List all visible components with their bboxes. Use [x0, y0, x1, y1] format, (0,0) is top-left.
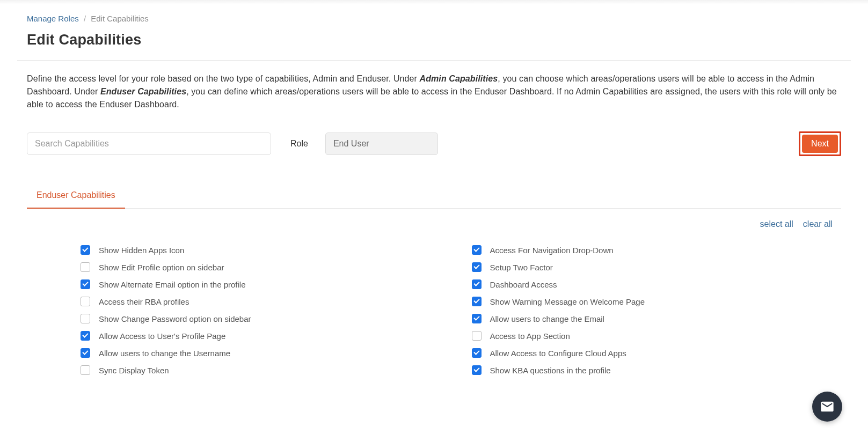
capability-label: Allow users to change the Email — [490, 314, 604, 323]
capability-label: Show KBA questions in the profile — [490, 366, 611, 375]
capability-checkbox[interactable] — [472, 245, 482, 255]
capability-label: Sync Display Token — [99, 366, 169, 375]
capabilities-right-column: Access For Navigation Drop-DownSetup Two… — [472, 245, 842, 375]
capability-label: Show Alternate Email option in the profi… — [99, 280, 246, 289]
capability-checkbox[interactable] — [472, 365, 482, 375]
capability-row: Access to App Section — [472, 331, 842, 341]
capabilities-left-column: Show Hidden Apps IconShow Edit Profile o… — [81, 245, 450, 375]
capability-checkbox[interactable] — [81, 279, 90, 289]
clear-all-link[interactable]: clear all — [803, 219, 833, 229]
capability-row: Access For Navigation Drop-Down — [472, 245, 842, 255]
capability-checkbox[interactable] — [472, 279, 482, 289]
capability-label: Show Hidden Apps Icon — [99, 246, 184, 255]
select-all-link[interactable]: select all — [760, 219, 793, 229]
capability-checkbox[interactable] — [81, 297, 90, 306]
capability-row: Show Hidden Apps Icon — [81, 245, 450, 255]
capability-checkbox[interactable] — [81, 245, 90, 255]
capability-checkbox[interactable] — [81, 314, 90, 323]
role-label: Role — [290, 139, 308, 149]
capability-row: Sync Display Token — [81, 365, 450, 375]
capability-label: Show Change Password option on sidebar — [99, 314, 251, 323]
capability-row: Show Edit Profile option on sidebar — [81, 262, 450, 272]
capability-row: Allow Access to User's Profile Page — [81, 331, 450, 341]
page-title: Edit Capabilities — [11, 32, 857, 60]
search-input[interactable] — [27, 132, 271, 155]
tab-enduser-capabilities[interactable]: Enduser Capabilities — [27, 183, 125, 209]
description-text: Define the access level for your role ba… — [11, 61, 857, 111]
capability-label: Access to App Section — [490, 332, 570, 341]
capability-label: Allow Access to User's Profile Page — [99, 332, 225, 341]
breadcrumb-root-link[interactable]: Manage Roles — [27, 14, 79, 23]
capability-row: Setup Two Factor — [472, 262, 842, 272]
capability-label: Setup Two Factor — [490, 263, 553, 272]
capability-row: Dashboard Access — [472, 279, 842, 289]
tabs: Enduser Capabilities — [27, 183, 841, 209]
capability-row: Show Change Password option on sidebar — [81, 314, 450, 323]
capability-checkbox[interactable] — [81, 365, 90, 375]
controls-row: Role End User Next — [11, 111, 857, 156]
capability-checkbox[interactable] — [81, 348, 90, 358]
capability-row: Show Alternate Email option in the profi… — [81, 279, 450, 289]
capabilities-grid: Show Hidden Apps IconShow Edit Profile o… — [11, 229, 857, 375]
capability-checkbox[interactable] — [472, 348, 482, 358]
breadcrumb-current: Edit Capabilities — [91, 14, 149, 23]
capability-label: Access their RBA profiles — [99, 297, 189, 306]
breadcrumb: Manage Roles / Edit Capabilities — [11, 4, 857, 32]
breadcrumb-separator: / — [84, 14, 86, 23]
capability-label: Show Warning Message on Welcome Page — [490, 297, 645, 306]
capability-row: Access their RBA profiles — [81, 297, 450, 306]
capability-checkbox[interactable] — [472, 314, 482, 323]
capability-label: Dashboard Access — [490, 280, 557, 289]
tab-actions: select all clear all — [11, 209, 857, 229]
capability-label: Show Edit Profile option on sidebar — [99, 263, 224, 272]
capability-row: Show Warning Message on Welcome Page — [472, 297, 842, 306]
next-button[interactable]: Next — [802, 135, 838, 153]
capability-row: Show KBA questions in the profile — [472, 365, 842, 375]
role-field: End User — [325, 132, 438, 155]
capability-checkbox[interactable] — [472, 331, 482, 341]
capability-label: Allow users to change the Username — [99, 349, 230, 358]
capability-checkbox[interactable] — [81, 331, 90, 341]
capability-row: Allow Access to Configure Cloud Apps — [472, 348, 842, 358]
capability-label: Allow Access to Configure Cloud Apps — [490, 349, 626, 358]
capability-row: Allow users to change the Username — [81, 348, 450, 358]
capability-checkbox[interactable] — [81, 262, 90, 272]
capability-checkbox[interactable] — [472, 262, 482, 272]
next-button-highlight: Next — [799, 131, 841, 156]
capability-checkbox[interactable] — [472, 297, 482, 306]
capability-label: Access For Navigation Drop-Down — [490, 246, 614, 255]
capability-row: Allow users to change the Email — [472, 314, 842, 323]
